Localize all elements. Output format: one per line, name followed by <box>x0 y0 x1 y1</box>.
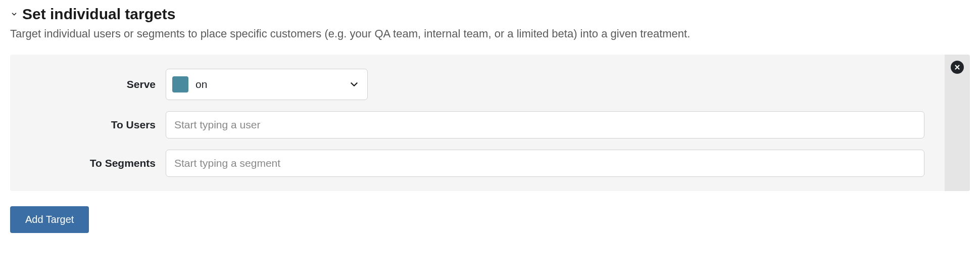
segments-input[interactable] <box>166 150 924 177</box>
treatment-swatch-icon <box>172 76 188 92</box>
serve-select[interactable]: on <box>166 69 368 100</box>
close-icon <box>954 64 961 71</box>
to-segments-row: To Segments <box>24 150 924 177</box>
section-header: Set individual targets <box>10 5 970 23</box>
remove-target-button[interactable] <box>951 61 964 74</box>
add-target-button[interactable]: Add Target <box>10 206 89 233</box>
users-input[interactable] <box>166 111 924 138</box>
to-segments-label: To Segments <box>24 157 166 169</box>
section-title: Set individual targets <box>22 5 175 23</box>
serve-row: Serve on <box>24 69 924 100</box>
collapse-chevron-icon[interactable] <box>10 10 18 18</box>
to-users-label: To Users <box>24 119 166 131</box>
section-subtitle: Target individual users or segments to p… <box>10 27 970 40</box>
to-users-row: To Users <box>24 111 924 138</box>
target-card: Serve on To Users To Segments <box>10 55 970 191</box>
target-form: Serve on To Users To Segments <box>24 69 945 177</box>
serve-label: Serve <box>24 78 166 90</box>
chevron-down-icon <box>349 79 359 89</box>
serve-selected-value: on <box>195 78 349 90</box>
close-strip <box>945 55 970 191</box>
